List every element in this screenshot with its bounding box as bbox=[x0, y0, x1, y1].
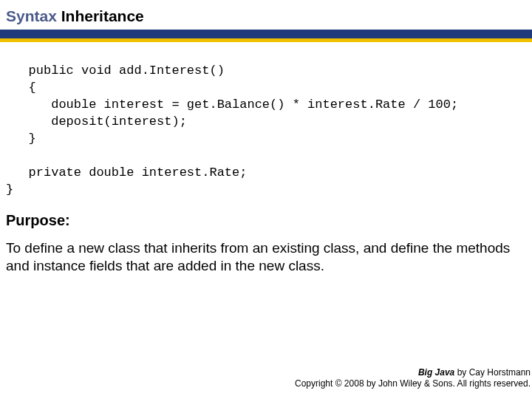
slide-header: Syntax Inheritance bbox=[0, 0, 532, 30]
slide-title: Syntax Inheritance bbox=[6, 7, 526, 25]
footer-book: Big Java bbox=[418, 367, 454, 378]
purpose-heading: Purpose: bbox=[0, 206, 532, 232]
footer-line1: Big Java by Cay Horstmann bbox=[295, 367, 531, 379]
footer: Big Java by Cay Horstmann Copyright © 20… bbox=[295, 367, 532, 390]
title-prefix: Syntax bbox=[6, 7, 57, 24]
divider-blue bbox=[0, 30, 532, 38]
title-topic: Inheritance bbox=[61, 7, 144, 24]
footer-author: by Cay Horstmann bbox=[454, 367, 531, 378]
code-block: public void add.Interest() { double inte… bbox=[0, 42, 532, 206]
purpose-text: To define a new class that inherits from… bbox=[0, 232, 532, 276]
footer-copyright: Copyright © 2008 by John Wiley & Sons. A… bbox=[295, 378, 531, 390]
